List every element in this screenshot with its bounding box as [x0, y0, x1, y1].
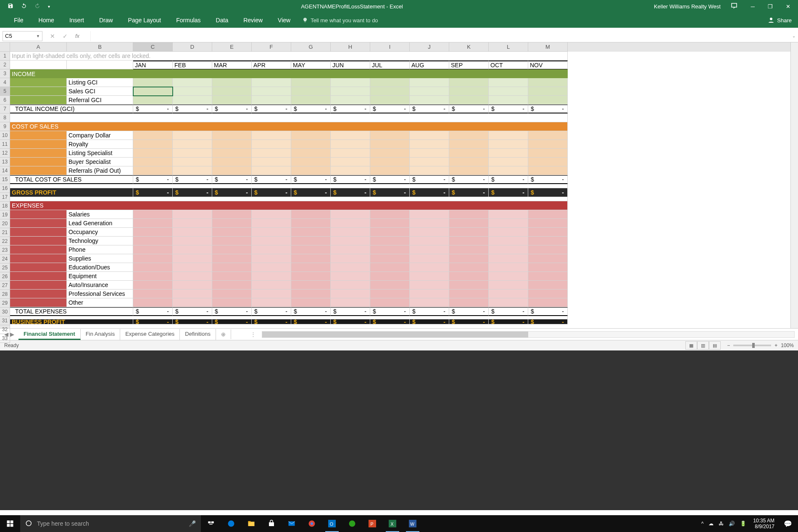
cell[interactable] — [370, 96, 410, 105]
cell[interactable] — [252, 166, 291, 175]
cell[interactable] — [212, 78, 252, 87]
cell[interactable] — [212, 131, 252, 140]
row-header[interactable]: 4 — [0, 78, 10, 87]
cancel-formula-icon[interactable]: ✕ — [50, 33, 55, 40]
cell[interactable] — [489, 298, 528, 307]
cell[interactable] — [291, 263, 331, 272]
cell[interactable] — [370, 158, 410, 166]
cell[interactable] — [370, 131, 410, 140]
view-page-break-button[interactable]: ▤ — [709, 341, 721, 350]
cell[interactable] — [489, 210, 528, 219]
cell[interactable] — [291, 149, 331, 158]
sheet-tab[interactable]: Definitions — [180, 329, 216, 340]
column-header[interactable]: M — [528, 42, 568, 52]
cell[interactable] — [528, 87, 568, 96]
cell[interactable] — [528, 140, 568, 149]
cell[interactable] — [173, 237, 212, 245]
redo-icon[interactable] — [34, 3, 40, 10]
cell[interactable] — [528, 131, 568, 140]
cell[interactable] — [252, 210, 291, 219]
sheet-tab[interactable]: Fin Analysis — [81, 329, 120, 340]
cell[interactable] — [449, 237, 489, 245]
cell[interactable] — [212, 87, 252, 96]
cell[interactable] — [291, 78, 331, 87]
cell[interactable] — [449, 290, 489, 298]
cell[interactable] — [133, 237, 173, 245]
cell[interactable] — [133, 254, 173, 263]
cell[interactable] — [212, 158, 252, 166]
cell[interactable] — [173, 263, 212, 272]
cell[interactable] — [173, 96, 212, 105]
zoom-out-button[interactable]: − — [727, 342, 730, 348]
cell[interactable] — [291, 281, 331, 290]
cell[interactable] — [489, 149, 528, 158]
sheet-nav-prev-icon[interactable]: ◀ — [4, 331, 8, 337]
row-header[interactable]: 9 — [0, 122, 10, 131]
row-header[interactable]: 1 — [0, 52, 10, 61]
fx-icon[interactable]: fx — [75, 33, 83, 40]
cell[interactable] — [489, 245, 528, 254]
chrome-icon[interactable] — [302, 515, 322, 532]
cell[interactable] — [331, 140, 370, 149]
mail-icon[interactable] — [282, 515, 302, 532]
cell[interactable] — [410, 166, 449, 175]
file-explorer-icon[interactable] — [241, 515, 261, 532]
cell[interactable] — [173, 87, 212, 96]
cell[interactable] — [489, 228, 528, 237]
row-header[interactable]: 25 — [0, 263, 10, 272]
column-header[interactable]: K — [449, 42, 489, 52]
cell[interactable] — [489, 166, 528, 175]
select-all-cell[interactable] — [0, 42, 10, 52]
row-header[interactable]: 7 — [0, 105, 10, 113]
cell[interactable] — [212, 298, 252, 307]
cell[interactable] — [212, 281, 252, 290]
cell[interactable] — [173, 272, 212, 281]
cell[interactable] — [133, 272, 173, 281]
cell[interactable] — [173, 78, 212, 87]
cell[interactable] — [528, 281, 568, 290]
cell[interactable] — [133, 228, 173, 237]
cell[interactable] — [252, 219, 291, 228]
cell[interactable] — [291, 158, 331, 166]
sheet-nav-next-icon[interactable]: ▶ — [10, 331, 14, 337]
cell[interactable] — [133, 210, 173, 219]
cell[interactable] — [449, 210, 489, 219]
cell[interactable] — [410, 290, 449, 298]
formula-bar-expand-icon[interactable]: ⌄ — [790, 34, 798, 38]
column-header[interactable]: J — [410, 42, 449, 52]
row-header[interactable]: 20 — [0, 219, 10, 228]
cell[interactable] — [410, 228, 449, 237]
row-header[interactable]: 23 — [0, 246, 10, 255]
cell[interactable] — [410, 263, 449, 272]
save-icon[interactable] — [8, 3, 13, 10]
cell[interactable] — [489, 263, 528, 272]
cell[interactable] — [331, 96, 370, 105]
cell[interactable] — [449, 131, 489, 140]
quickbooks-icon[interactable] — [342, 515, 362, 532]
volume-icon[interactable]: 🔊 — [729, 521, 735, 527]
cell[interactable] — [331, 87, 370, 96]
cell[interactable] — [449, 96, 489, 105]
cell[interactable] — [173, 290, 212, 298]
cell[interactable] — [528, 290, 568, 298]
cell[interactable] — [212, 272, 252, 281]
column-header[interactable]: F — [252, 42, 291, 52]
row-header[interactable]: 24 — [0, 255, 10, 263]
cell[interactable] — [173, 298, 212, 307]
cell[interactable] — [252, 131, 291, 140]
name-box[interactable]: C5 ▼ — [3, 31, 42, 41]
cell[interactable] — [449, 166, 489, 175]
cell[interactable] — [173, 149, 212, 158]
cell[interactable] — [528, 219, 568, 228]
share-button[interactable]: Share — [767, 16, 798, 24]
zoom-in-button[interactable]: + — [774, 342, 777, 348]
cell[interactable] — [133, 219, 173, 228]
cell[interactable] — [133, 281, 173, 290]
column-header[interactable]: G — [291, 42, 331, 52]
horizontal-scrollbar[interactable] — [262, 331, 795, 338]
column-header[interactable]: I — [370, 42, 410, 52]
cell[interactable] — [212, 210, 252, 219]
cell[interactable] — [489, 87, 528, 96]
cell[interactable] — [370, 219, 410, 228]
formula-input[interactable] — [90, 31, 790, 41]
